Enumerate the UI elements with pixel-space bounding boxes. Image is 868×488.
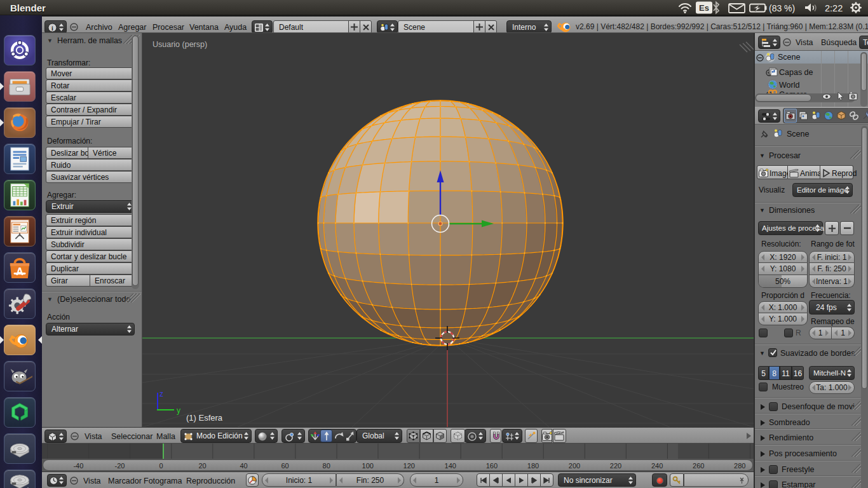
svg-text:i: i <box>51 25 53 32</box>
svg-text:200: 200 <box>569 462 580 470</box>
svg-text:y: y <box>177 406 180 415</box>
svg-text:100: 100 <box>362 462 374 470</box>
svg-text:A: A <box>16 266 24 277</box>
svg-text:220: 220 <box>610 462 621 470</box>
svg-text:Es: Es <box>699 3 709 13</box>
svg-text:-40: -40 <box>73 462 83 470</box>
svg-text:z: z <box>159 390 163 398</box>
svg-text:280: 280 <box>734 462 745 470</box>
svg-text:-20: -20 <box>115 462 125 470</box>
svg-text:240: 240 <box>651 462 663 470</box>
svg-text:(83 %): (83 %) <box>769 3 795 13</box>
svg-text:0: 0 <box>159 462 163 470</box>
svg-text:260: 260 <box>693 462 704 470</box>
svg-text:20: 20 <box>198 462 206 470</box>
svg-text:40: 40 <box>240 462 247 470</box>
svg-text:120: 120 <box>403 462 415 470</box>
svg-text:(1) Esfera: (1) Esfera <box>186 413 223 423</box>
svg-text:180: 180 <box>527 462 539 470</box>
svg-text:160: 160 <box>486 462 498 470</box>
svg-text:Usuario (persp): Usuario (persp) <box>153 40 207 49</box>
svg-text:140: 140 <box>445 462 456 470</box>
svg-text:60: 60 <box>281 462 288 470</box>
svg-text:80: 80 <box>323 462 330 470</box>
svg-text:2:22: 2:22 <box>825 3 843 13</box>
